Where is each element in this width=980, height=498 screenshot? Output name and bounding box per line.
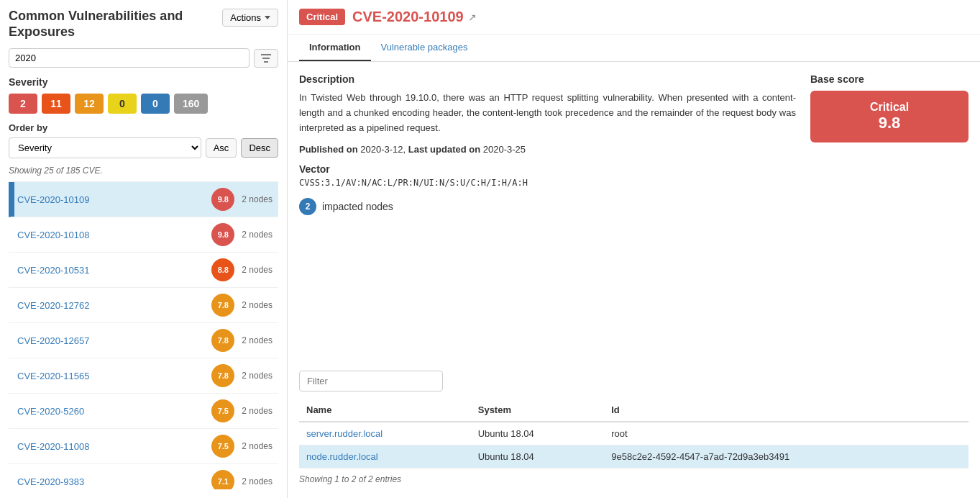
- cve-nodes: 2 nodes: [242, 441, 273, 451]
- published-date: 2020-3-12: [360, 144, 403, 155]
- tab-content: Description In Twisted Web through 19.10…: [288, 62, 980, 227]
- severity-medium-badge[interactable]: 12: [75, 94, 104, 114]
- base-score-section: Base score Critical 9.8: [810, 73, 968, 215]
- cve-name: CVE-2020-11008: [17, 441, 211, 452]
- cve-name: CVE-2020-9383: [17, 476, 211, 487]
- cve-score: 7.5: [211, 435, 234, 458]
- order-select[interactable]: Severity Score Name Date: [9, 137, 201, 158]
- impacted-row: 2 impacted nodes: [299, 198, 796, 215]
- row-name: server.rudder.local: [299, 422, 471, 445]
- cve-score: 9.8: [211, 188, 234, 211]
- cve-nodes: 2 nodes: [242, 335, 273, 345]
- score-card: Critical 9.8: [810, 91, 968, 142]
- col-id: Id: [604, 399, 968, 422]
- vector-section: Vector CVSS:3.1/AV:N/AC:L/PR:N/UI:N/S:U/…: [299, 163, 796, 188]
- order-asc-button[interactable]: Asc: [206, 138, 237, 158]
- nodes-table-section: Name System Id server.rudder.local Ubunt…: [288, 371, 980, 496]
- col-name: Name: [299, 399, 471, 422]
- actions-caret-icon: [265, 16, 270, 19]
- tabs: Information Vulnerable packages: [288, 35, 980, 62]
- updated-label: Last updated on: [408, 144, 480, 155]
- order-section: Order by Severity Score Name Date Asc De…: [9, 122, 278, 158]
- severity-low-badge[interactable]: 0: [108, 94, 137, 114]
- vector-value: CVSS:3.1/AV:N/AC:L/PR:N/UI:N/S:U/C:H/I:H…: [299, 178, 796, 188]
- left-panel: Common Vulnerabilities and Exposures Act…: [0, 0, 288, 498]
- cve-name: CVE-2020-10109: [17, 194, 211, 205]
- cve-nodes: 2 nodes: [242, 300, 273, 310]
- external-link-icon[interactable]: ↗: [468, 12, 477, 23]
- order-row: Severity Score Name Date Asc Desc: [9, 137, 278, 158]
- score-card-number: 9.8: [825, 114, 954, 132]
- cve-name: CVE-2020-10531: [17, 265, 211, 276]
- tab-information[interactable]: Information: [299, 35, 371, 61]
- nodes-table: Name System Id server.rudder.local Ubunt…: [299, 399, 968, 468]
- published-label: Published on: [299, 144, 358, 155]
- table-row: node.rudder.local Ubuntu 18.04 9e58c2e2-…: [299, 445, 968, 468]
- left-header: Common Vulnerabilities and Exposures Act…: [9, 9, 278, 40]
- cve-nodes: 2 nodes: [242, 265, 273, 275]
- row-name: node.rudder.local: [299, 445, 471, 468]
- node-link[interactable]: server.rudder.local: [306, 428, 383, 439]
- severity-label: Severity: [9, 76, 278, 88]
- updated-date: 2020-3-25: [483, 144, 526, 155]
- cve-score: 7.5: [211, 399, 234, 422]
- cve-item[interactable]: CVE-2020-5260 7.5 2 nodes: [9, 394, 278, 429]
- search-input[interactable]: [9, 48, 249, 68]
- base-score-title: Base score: [810, 73, 968, 85]
- filter-icon: [260, 53, 272, 63]
- cve-score: 9.8: [211, 223, 234, 246]
- cve-score: 8.8: [211, 258, 234, 281]
- col-system: System: [471, 399, 604, 422]
- cve-item[interactable]: CVE-2020-12657 7.8 2 nodes: [9, 323, 278, 358]
- vector-title: Vector: [299, 163, 796, 175]
- showing-entries: Showing 1 to 2 of 2 entries: [299, 474, 968, 484]
- cve-detail-header: Critical CVE-2020-10109 ↗: [288, 0, 980, 35]
- severity-badges: 2 11 12 0 0 160: [9, 94, 278, 114]
- cve-item[interactable]: CVE-2020-9383 7.1 2 nodes: [9, 464, 278, 489]
- row-id: root: [604, 422, 968, 445]
- cve-name: CVE-2020-12657: [17, 335, 211, 346]
- cve-name: CVE-2020-12762: [17, 300, 211, 311]
- table-row: server.rudder.local Ubuntu 18.04 root: [299, 422, 968, 445]
- critical-badge: Critical: [299, 9, 345, 25]
- severity-section: Severity 2 11 12 0 0 160: [9, 76, 278, 114]
- actions-button[interactable]: Actions: [222, 9, 278, 27]
- filter-button[interactable]: [254, 49, 278, 68]
- cve-detail-title: CVE-2020-10109: [352, 9, 464, 25]
- cve-item[interactable]: CVE-2020-11565 7.8 2 nodes: [9, 358, 278, 394]
- score-card-label: Critical: [825, 101, 954, 114]
- severity-none-badge[interactable]: 160: [174, 94, 208, 114]
- meta-row: Published on 2020-3-12, Last updated on …: [299, 144, 796, 155]
- row-system: Ubuntu 18.04: [471, 422, 604, 445]
- cve-item[interactable]: CVE-2020-10108 9.8 2 nodes: [9, 217, 278, 253]
- row-system: Ubuntu 18.04: [471, 445, 604, 468]
- cve-list: CVE-2020-10109 9.8 2 nodes CVE-2020-1010…: [9, 181, 278, 489]
- desc-basescore-row: Description In Twisted Web through 19.10…: [299, 73, 968, 215]
- showing-text: Showing 25 of 185 CVE.: [9, 166, 278, 176]
- impacted-label: impacted nodes: [322, 201, 393, 212]
- cve-item[interactable]: CVE-2020-12762 7.8 2 nodes: [9, 288, 278, 323]
- description-title: Description: [299, 73, 796, 85]
- cve-nodes: 2 nodes: [242, 476, 273, 486]
- app-title: Common Vulnerabilities and Exposures: [9, 9, 222, 40]
- severity-info-badge[interactable]: 0: [141, 94, 170, 114]
- order-label: Order by: [9, 122, 278, 133]
- cve-name: CVE-2020-5260: [17, 406, 211, 417]
- severity-critical-badge[interactable]: 2: [9, 94, 37, 114]
- order-desc-button[interactable]: Desc: [241, 138, 278, 158]
- cve-nodes: 2 nodes: [242, 406, 273, 416]
- description-section: Description In Twisted Web through 19.10…: [299, 73, 796, 215]
- cve-score: 7.8: [211, 294, 234, 317]
- cve-item[interactable]: CVE-2020-10531 8.8 2 nodes: [9, 253, 278, 288]
- node-link[interactable]: node.rudder.local: [306, 451, 378, 462]
- cve-item[interactable]: CVE-2020-10109 9.8 2 nodes: [9, 182, 278, 217]
- cve-name: CVE-2020-10108: [17, 230, 211, 240]
- tab-vulnerable-packages[interactable]: Vulnerable packages: [371, 35, 478, 61]
- row-id: 9e58c2e2-4592-4547-a7ad-72d9a3eb3491: [604, 445, 968, 468]
- cve-item[interactable]: CVE-2020-11008 7.5 2 nodes: [9, 429, 278, 464]
- cve-nodes: 2 nodes: [242, 371, 273, 381]
- severity-high-badge[interactable]: 11: [42, 94, 70, 114]
- cve-score: 7.8: [211, 329, 234, 352]
- filter-input[interactable]: [299, 371, 443, 391]
- cve-score: 7.1: [211, 470, 234, 489]
